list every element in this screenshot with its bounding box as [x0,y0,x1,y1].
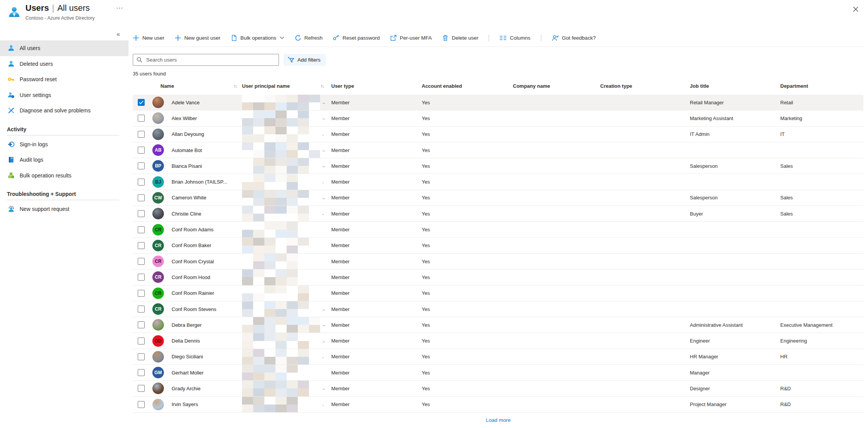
mosaic-tile [242,142,253,150]
table-row[interactable]: CRConf Room AdamsMemberYes [133,222,863,237]
new-user-button[interactable]: New user [133,35,164,41]
mosaic-tile [242,182,253,190]
sidebar-item-label: Sign-in logs [20,141,48,147]
columns-button[interactable]: Columns [499,35,530,41]
sidebar-item-sign-in-logs[interactable]: Sign-in logs [0,137,129,152]
load-more-link[interactable]: Load more [486,417,511,423]
account-enabled-cell: Yes [422,100,513,105]
close-icon[interactable] [852,5,860,13]
sidebar-item-new-support-request[interactable]: New support request [0,201,129,217]
delete-user-button[interactable]: Delete user [442,35,478,41]
column-header-creation-type[interactable]: Creation type [600,83,690,89]
user-initials-avatar: DD [152,335,164,347]
collapse-sidebar-icon[interactable]: « [117,31,120,38]
table-row[interactable]: CRConf Room Stevens..MemberYes [133,301,863,317]
row-checkbox[interactable] [138,258,145,265]
row-checkbox[interactable] [138,306,145,313]
sidebar-item-audit-logs[interactable]: Audit logs [0,152,129,168]
sidebar-item-deleted-users[interactable]: Deleted users [0,56,129,72]
table-row[interactable]: CRConf Room RainierMemberYes [133,286,863,301]
name-cell: CWCameron White [150,192,242,204]
row-checkbox[interactable] [138,210,145,217]
column-header-company-name[interactable]: Company name [513,83,600,89]
row-checkbox[interactable] [138,131,145,138]
table-row[interactable]: Alex Wilber..MemberYesMarketing Assistan… [133,110,863,126]
sort-icon[interactable]: ↑↓ [234,84,237,89]
column-header-account-enabled[interactable]: Account enabled [422,83,513,89]
row-checkbox[interactable] [138,179,145,186]
got-feedback--button[interactable]: Got feedback? [552,35,596,41]
table-row[interactable]: Debra Berger..MemberYesAdministrative As… [133,317,863,333]
table-row[interactable]: CRConf Room BakerMemberYes [133,238,863,254]
row-checkbox[interactable] [138,226,145,233]
mosaic-tile [253,95,264,102]
user-type-cell: Member [331,386,422,391]
reset-password-button[interactable]: Reset password [333,35,380,41]
column-header-user-type[interactable]: User type [331,83,422,89]
mosaic-tile [275,381,287,388]
mosaic-tile [298,134,309,142]
mosaic-tile [242,317,253,325]
column-header-name[interactable]: Name↑↓ [150,83,242,89]
row-checkbox[interactable] [138,242,145,249]
sidebar-item-user-settings[interactable]: User settings [0,87,129,103]
row-checkbox[interactable] [138,274,145,281]
column-header-job-title[interactable]: Job title [690,83,780,89]
search-box[interactable] [133,54,279,66]
user-photo-avatar [152,112,164,124]
sidebar-item-all-users[interactable]: All users [0,40,129,56]
mosaic-tile [253,373,264,380]
new-guest-user-button[interactable]: New guest user [175,35,220,41]
table-row[interactable]: GMGerhart MollerMemberYesManager [133,365,863,381]
row-checkbox[interactable] [138,115,145,122]
row-checkbox[interactable] [138,401,145,408]
table-row[interactable]: Adele Vance..MemberYesRetail ManagerReta… [133,95,863,110]
row-checkbox[interactable] [138,369,145,376]
mosaic-tile [287,238,298,246]
row-checkbox[interactable] [138,194,145,201]
table-row[interactable]: Irvin Sayers.MemberYesProject ManagerR&D [133,397,863,413]
row-checkbox[interactable] [138,338,145,344]
table-row[interactable]: DDDelia Dennis..MemberYesEngineerEnginee… [133,333,863,349]
table-row[interactable]: ABAutomate Bot..MemberYes [133,142,863,158]
row-checkbox[interactable] [138,147,145,154]
add-filters-button[interactable]: Add filters [284,54,326,66]
table-row[interactable]: CRConf Room CrystalMemberYes [133,254,863,269]
search-input[interactable] [145,57,275,63]
mosaic-tile [264,269,275,277]
more-options-icon[interactable]: ... [116,2,123,10]
name-cell: DDDelia Dennis [150,335,242,347]
table-row[interactable]: Grady Archie..MemberYesDesignerR&D [133,381,863,396]
table-row[interactable]: BPBianca Pisani..MemberYesSalespersonSal… [133,158,863,174]
row-select-cell [133,338,150,344]
column-header-department[interactable]: Department [780,83,863,89]
mosaic-tile [287,150,298,158]
row-checkbox[interactable] [138,321,145,328]
row-checkbox[interactable] [138,290,145,297]
row-checkbox[interactable] [138,99,145,106]
row-checkbox[interactable] [138,353,145,360]
row-select-cell [133,321,150,328]
sort-icon[interactable]: ↑↓ [320,84,324,89]
sidebar-item-diagnose-and-solve-problems[interactable]: Diagnose and solve problems [0,103,129,119]
table-row[interactable]: Diego Siciliani.MemberYesHR ManagerHR [133,349,863,365]
column-header-user-principal-name[interactable]: User principal name↑↓ [242,83,331,89]
row-checkbox[interactable] [138,162,145,169]
user-name: Conf Room Adams [172,227,214,232]
table-row[interactable]: BJBrian Johnson (TAILSP....MemberYes [133,174,863,190]
refresh-button[interactable]: Refresh [295,35,322,41]
column-header-label: Company name [513,83,550,89]
mosaic-tile [287,381,298,388]
mosaic-tile [253,254,264,261]
table-row[interactable]: Allan Deyoung.MemberYesIT AdminIT [133,127,863,142]
mosaic-tile [275,309,287,317]
sidebar-item-password-reset[interactable]: Password reset [0,72,129,87]
sidebar-item-bulk-operation-results[interactable]: Bulk operation results [0,168,129,184]
table-row[interactable]: CWCameron White..MemberYesSalespersonSal… [133,190,863,206]
table-row[interactable]: Christie Cline.MemberYesBuyerSales [133,206,863,222]
bulk-operations-button[interactable]: Bulk operations [231,35,284,41]
table-row[interactable]: CRConf Room HoodMemberYes [133,269,863,285]
row-checkbox[interactable] [138,385,145,392]
mosaic-tile [275,317,287,325]
per-user-mfa-button[interactable]: Per-user MFA [390,35,432,41]
